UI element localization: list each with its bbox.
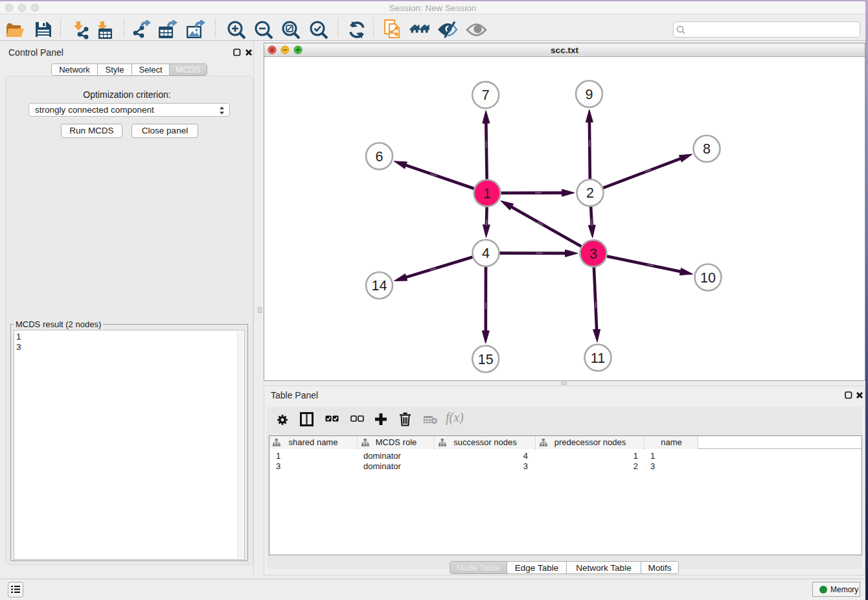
svg-text:10: 10 bbox=[700, 270, 716, 286]
svg-text:2: 2 bbox=[586, 185, 594, 201]
svg-text:14: 14 bbox=[372, 278, 387, 294]
svg-text:1: 1 bbox=[483, 186, 491, 202]
svg-text:4: 4 bbox=[482, 246, 490, 261]
svg-text:11: 11 bbox=[591, 351, 605, 366]
svg-text:15: 15 bbox=[478, 352, 494, 367]
svg-text:9: 9 bbox=[586, 87, 593, 102]
svg-text:6: 6 bbox=[376, 149, 383, 165]
svg-text:3: 3 bbox=[589, 246, 597, 262]
svg-text:7: 7 bbox=[482, 87, 490, 103]
svg-text:8: 8 bbox=[703, 141, 711, 157]
